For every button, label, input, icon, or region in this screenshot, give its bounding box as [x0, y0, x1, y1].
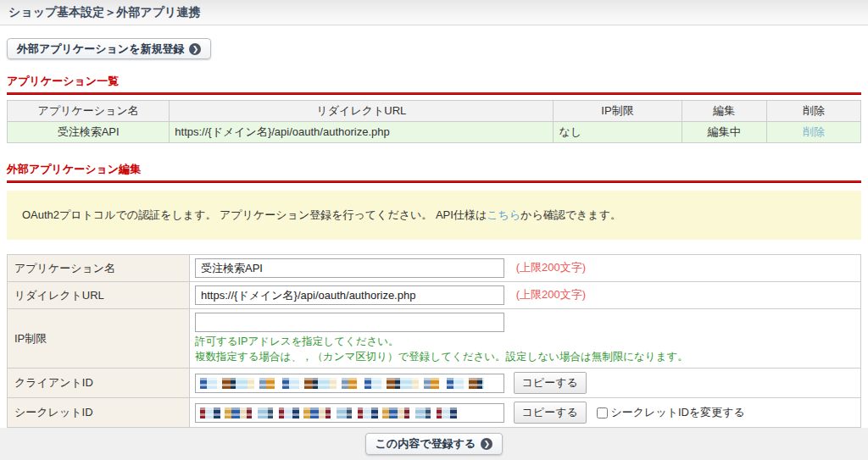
- submit-button[interactable]: この内容で登録する ❯: [365, 433, 504, 455]
- client-id-field[interactable]: [195, 374, 504, 393]
- client-id-redacted-value: [200, 378, 484, 389]
- redirect-url-label: リダイレクトURL: [8, 282, 190, 309]
- header-edit: 編集: [682, 101, 767, 122]
- ip-limit-input[interactable]: [195, 313, 504, 332]
- api-spec-link[interactable]: こちら: [487, 208, 520, 221]
- toolbar: 外部アプリケーションを新規登録 ❯: [7, 38, 861, 59]
- cell-redirect-url: https://{ドメイン名}/api/oauth/authorize.php: [170, 122, 554, 143]
- table-row: 受注検索API https://{ドメイン名}/api/oauth/author…: [8, 122, 861, 143]
- form-row-app-name: アプリケーション名 (上限200文字): [8, 255, 861, 282]
- ip-limit-help-line1: 許可するIPアドレスを指定してください。: [195, 334, 855, 349]
- main-content: 外部アプリケーションを新規登録 ❯ アプリケーション一覧 アプリケーション名 リ…: [0, 25, 868, 428]
- section-divider: [7, 92, 861, 95]
- change-secret-id-checkbox[interactable]: [597, 407, 608, 418]
- arrow-right-circle-icon: ❯: [189, 43, 201, 55]
- application-list-table: アプリケーション名 リダイレクトURL IP制限 編集 削除 受注検索API h…: [7, 100, 861, 143]
- redirect-url-input[interactable]: [195, 285, 504, 305]
- new-application-button-label: 外部アプリケーションを新規登録: [17, 42, 184, 57]
- cell-edit-status: 編集中: [682, 122, 767, 143]
- page-title: ショップ基本設定＞外部アプリ連携: [0, 0, 868, 25]
- form-row-secret-id: シークレットID コピーする シークレットIDを変更する: [8, 398, 861, 428]
- secret-id-field[interactable]: [195, 403, 504, 423]
- table-header-row: アプリケーション名 リダイレクトURL IP制限 編集 削除: [8, 101, 861, 122]
- change-secret-id-label: シークレットIDを変更する: [610, 405, 744, 420]
- app-name-label: アプリケーション名: [8, 255, 190, 282]
- cell-app-name: 受注検索API: [8, 122, 170, 143]
- cell-ip-limit: なし: [554, 122, 682, 143]
- oauth-notice: OAuth2プロトコルでの認証をします。 アプリケーション登録を行ってください。…: [7, 191, 861, 240]
- page: ショップ基本設定＞外部アプリ連携 外部アプリケーションを新規登録 ❯ アプリケー…: [0, 0, 868, 460]
- client-id-copy-button[interactable]: コピーする: [514, 372, 587, 394]
- arrow-right-circle-icon: ❯: [481, 438, 492, 450]
- app-name-limit-note: (上限200文字): [516, 261, 586, 274]
- form-row-redirect-url: リダイレクトURL (上限200文字): [8, 282, 861, 309]
- ip-limit-label: IP制限: [8, 309, 190, 369]
- header-redirect-url: リダイレクトURL: [170, 101, 554, 122]
- new-application-button[interactable]: 外部アプリケーションを新規登録 ❯: [7, 38, 211, 59]
- app-name-input[interactable]: [195, 258, 504, 278]
- form-row-client-id: クライアントID コピーする: [8, 369, 861, 398]
- edit-section-title: 外部アプリケーション編集: [7, 162, 861, 180]
- application-list-title: アプリケーション一覧: [7, 74, 861, 92]
- notice-text: から確認できます。: [520, 208, 621, 221]
- notice-text: OAuth2プロトコルでの認証をします。 アプリケーション登録を行ってください。…: [22, 208, 487, 221]
- secret-id-copy-button[interactable]: コピーする: [514, 402, 587, 424]
- secret-id-redacted-value: [200, 407, 459, 418]
- submit-button-label: この内容で登録する: [376, 436, 476, 452]
- header-delete: 削除: [767, 101, 861, 122]
- header-app-name: アプリケーション名: [8, 101, 170, 122]
- secret-id-label: シークレットID: [8, 398, 190, 428]
- footer-bar: この内容で登録する ❯: [0, 428, 868, 460]
- delete-link[interactable]: 削除: [803, 125, 825, 138]
- section-divider: [7, 180, 861, 183]
- ip-limit-help-line2: 複数指定する場合は、，（カンマ区切り）で登録してください。設定しない場合は無制限…: [195, 349, 855, 364]
- header-ip-limit: IP制限: [554, 101, 682, 122]
- edit-form-table: アプリケーション名 (上限200文字) リダイレクトURL (上限200文字) …: [7, 254, 861, 428]
- client-id-label: クライアントID: [8, 369, 190, 398]
- form-row-ip-limit: IP制限 許可するIPアドレスを指定してください。 複数指定する場合は、，（カン…: [8, 309, 861, 369]
- redirect-url-limit-note: (上限200文字): [516, 288, 586, 301]
- ip-limit-help: 許可するIPアドレスを指定してください。 複数指定する場合は、，（カンマ区切り）…: [195, 334, 855, 364]
